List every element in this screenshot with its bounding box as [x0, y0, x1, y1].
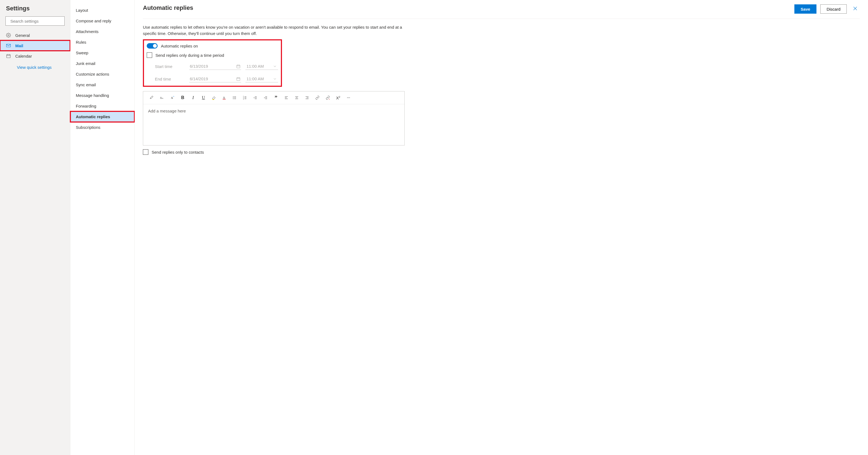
contacts-only-label: Send replies only to contacts [152, 150, 204, 154]
main-header: Automatic replies Save Discard [143, 4, 860, 19]
settings-title: Settings [0, 5, 70, 17]
align-center-icon[interactable] [292, 94, 301, 102]
view-quick-settings-link[interactable]: View quick settings [0, 61, 70, 74]
midnav-message-handling[interactable]: Message handling [70, 90, 134, 101]
sidebar-item-mail[interactable]: Mail [0, 40, 70, 51]
time-period-checkbox[interactable] [147, 52, 152, 58]
contacts-only-row: Send replies only to contacts [143, 149, 860, 155]
sidebar-item-general[interactable]: General [0, 30, 70, 40]
svg-text:A: A [160, 96, 162, 99]
underline-button[interactable]: U [199, 94, 208, 102]
svg-text:A: A [162, 97, 163, 99]
search-settings-box[interactable] [5, 17, 65, 26]
mail-settings-nav: Layout Compose and reply Attachments Rul… [70, 0, 135, 455]
end-date-picker[interactable]: 6/14/2019 [189, 75, 241, 82]
svg-point-2 [8, 35, 9, 36]
midnav-sweep[interactable]: Sweep [70, 48, 134, 58]
sidebar-item-label: Calendar [15, 54, 32, 58]
start-time-picker[interactable]: 11:00 AM [245, 63, 278, 70]
svg-point-26 [233, 98, 234, 99]
midnav-subscriptions[interactable]: Subscriptions [70, 122, 134, 133]
svg-text:A: A [171, 96, 173, 99]
chevron-down-icon [273, 77, 277, 81]
svg-point-0 [8, 21, 8, 21]
message-editor: AA A B I U A 123 ” X2 Add a message here [143, 91, 405, 145]
sidebar-item-calendar[interactable]: Calendar [0, 51, 70, 61]
bold-button[interactable]: B [178, 94, 187, 102]
midnav-layout[interactable]: Layout [70, 5, 134, 16]
auto-replies-toggle[interactable] [147, 43, 158, 49]
header-actions: Save Discard [794, 4, 860, 13]
outdent-icon[interactable] [251, 94, 260, 102]
midnav-forwarding[interactable]: Forwarding [70, 101, 134, 111]
font-size-icon[interactable]: AA [157, 94, 166, 102]
page-title: Automatic replies [143, 4, 193, 11]
end-time-picker[interactable]: 11:00 AM [245, 75, 278, 82]
editor-toolbar: AA A B I U A 123 ” X2 [143, 91, 404, 104]
superscript-icon[interactable]: X2 [334, 94, 343, 102]
calendar-icon [236, 64, 241, 68]
midnav-sync-email[interactable]: Sync email [70, 79, 134, 90]
start-date-value: 6/13/2019 [190, 64, 208, 68]
auto-replies-toggle-row: Automatic replies on [147, 43, 278, 49]
svg-point-25 [233, 97, 234, 98]
svg-rect-10 [237, 65, 240, 68]
end-date-value: 6/14/2019 [190, 77, 208, 81]
svg-text:3: 3 [243, 98, 244, 100]
numbered-list-icon[interactable]: 123 [240, 94, 250, 102]
align-right-icon[interactable] [303, 94, 312, 102]
italic-button[interactable]: I [188, 94, 198, 102]
svg-rect-4 [6, 55, 10, 58]
end-time-label: End time [155, 77, 185, 81]
calendar-icon [6, 54, 11, 58]
chevron-down-icon [273, 64, 277, 68]
search-icon [8, 19, 8, 23]
midnav-compose-reply[interactable]: Compose and reply [70, 16, 134, 26]
gear-icon [6, 33, 11, 38]
quote-icon[interactable]: ” [271, 94, 281, 102]
start-time-label: Start time [155, 64, 185, 69]
midnav-customize-actions[interactable]: Customize actions [70, 69, 134, 79]
start-time-value: 11:00 AM [247, 64, 264, 68]
midnav-junk-email[interactable]: Junk email [70, 58, 134, 69]
font-picker-icon[interactable]: A [168, 94, 177, 102]
svg-point-53 [347, 97, 348, 98]
save-button[interactable]: Save [794, 4, 816, 13]
svg-point-55 [349, 97, 350, 98]
time-period-label: Send replies only during a time period [155, 53, 224, 58]
end-time-value: 11:00 AM [247, 77, 264, 81]
mail-icon [6, 43, 11, 48]
remove-link-icon[interactable] [323, 94, 333, 102]
midnav-attachments[interactable]: Attachments [70, 26, 134, 37]
more-options-icon[interactable] [344, 94, 353, 102]
sidebar-item-label: Mail [15, 44, 23, 48]
settings-sidebar: Settings General Mail Calendar View quic… [0, 0, 70, 455]
font-color-icon[interactable]: A [219, 94, 229, 102]
contacts-only-checkbox[interactable] [143, 149, 148, 155]
svg-text:A: A [223, 96, 225, 99]
svg-rect-3 [6, 44, 11, 47]
calendar-icon [236, 77, 241, 81]
midnav-rules[interactable]: Rules [70, 37, 134, 48]
insert-link-icon[interactable] [313, 94, 322, 102]
svg-point-54 [348, 97, 349, 98]
description-text: Use automatic replies to let others know… [143, 19, 405, 39]
indent-icon[interactable] [261, 94, 270, 102]
search-input[interactable] [10, 19, 62, 24]
toggle-label: Automatic replies on [161, 44, 198, 48]
close-icon[interactable] [850, 5, 860, 13]
format-painter-icon[interactable] [147, 94, 156, 102]
main-content: Automatic replies Save Discard Use autom… [135, 0, 868, 455]
time-grid: Start time 6/13/2019 11:00 AM End time 6… [155, 63, 278, 82]
svg-rect-14 [237, 78, 240, 81]
highlight-icon[interactable] [209, 94, 218, 102]
midnav-automatic-replies[interactable]: Automatic replies [70, 111, 134, 122]
time-period-row: Send replies only during a time period [147, 52, 278, 58]
discard-button[interactable]: Discard [820, 4, 847, 13]
message-body[interactable]: Add a message here [143, 104, 404, 145]
align-left-icon[interactable] [282, 94, 291, 102]
bullet-list-icon[interactable] [230, 94, 239, 102]
start-date-picker[interactable]: 6/13/2019 [189, 63, 241, 70]
sidebar-item-label: General [15, 33, 30, 38]
time-period-highlight: Automatic replies on Send replies only d… [143, 39, 282, 87]
